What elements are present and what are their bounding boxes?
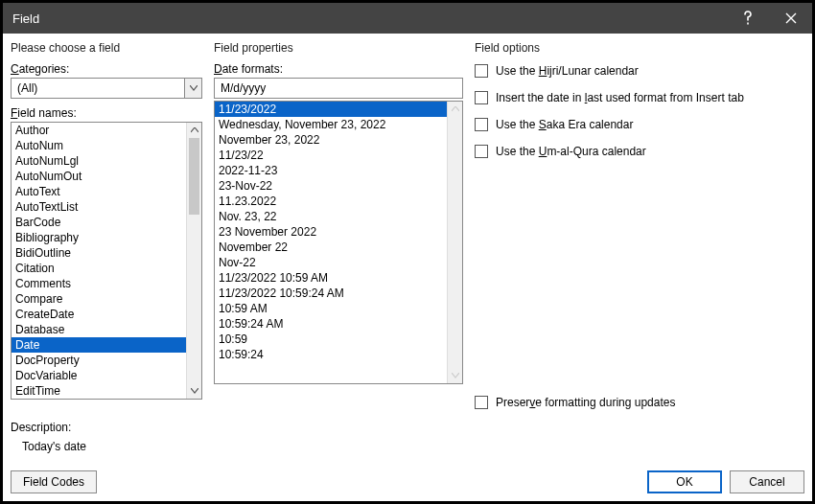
list-item[interactable]: 11/23/2022 <box>215 102 447 117</box>
list-item[interactable]: 11/23/2022 10:59 AM <box>215 270 447 286</box>
list-item[interactable]: AutoNumLgl <box>12 153 186 169</box>
list-item[interactable]: 11/23/22 <box>215 148 447 163</box>
checkbox-icon <box>475 396 488 409</box>
option-label: Use the Um-al-Qura calendar <box>496 145 646 158</box>
list-item[interactable]: Nov. 23, 22 <box>215 209 447 224</box>
dialog-footer: Description: Today's date Field Codes OK… <box>3 421 812 501</box>
close-button[interactable] <box>769 3 812 34</box>
scroll-up-icon[interactable] <box>448 102 462 117</box>
dateformats-listbox[interactable]: 11/23/2022Wednesday, November 23, 2022No… <box>214 101 463 384</box>
dialog-body: Please choose a field Categories: (All) … <box>3 34 812 421</box>
list-item[interactable]: 2022-11-23 <box>215 163 447 178</box>
list-item[interactable]: Wednesday, November 23, 2022 <box>215 117 447 132</box>
list-item[interactable]: Compare <box>12 291 186 307</box>
scrollbar[interactable] <box>447 102 462 383</box>
list-item[interactable]: November 22 <box>215 240 447 255</box>
list-item[interactable]: 11.23.2022 <box>215 194 447 209</box>
option-saka[interactable]: Use the Saka Era calendar <box>475 118 804 131</box>
option-label: Use the Saka Era calendar <box>496 118 633 131</box>
field-properties-heading: Field properties <box>214 41 463 55</box>
list-item[interactable]: AutoText <box>12 184 186 199</box>
option-hijri[interactable]: Use the Hijri/Lunar calendar <box>475 64 804 78</box>
list-item[interactable]: Citation <box>12 261 186 276</box>
help-icon <box>742 11 754 26</box>
dateformat-value: M/d/yyyy <box>221 81 266 95</box>
field-properties-panel: Field properties Date formats: M/d/yyyy … <box>214 41 463 421</box>
checkbox-icon <box>475 91 488 104</box>
cancel-button[interactable]: Cancel <box>730 470 804 493</box>
choose-field-heading: Please choose a field <box>11 41 202 55</box>
scroll-thumb[interactable] <box>189 138 199 215</box>
list-item[interactable]: 10:59:24 AM <box>215 316 447 332</box>
list-item[interactable]: 11/23/2022 10:59:24 AM <box>215 286 447 301</box>
checkbox-icon <box>475 145 488 158</box>
close-icon <box>785 12 797 24</box>
list-item[interactable]: Database <box>12 322 186 337</box>
list-item[interactable]: November 23, 2022 <box>215 132 447 148</box>
fieldnames-label: Field names: <box>11 106 202 120</box>
ok-button[interactable]: OK <box>647 470 722 493</box>
option-preserve-formatting[interactable]: Preserve formatting during updates <box>475 396 804 409</box>
list-item[interactable]: Comments <box>12 276 186 291</box>
help-button[interactable] <box>726 3 769 34</box>
list-item[interactable]: AutoNum <box>12 138 186 153</box>
list-item[interactable]: Nov-22 <box>215 255 447 270</box>
scroll-down-icon[interactable] <box>187 383 201 399</box>
list-item[interactable]: AutoTextList <box>12 199 186 215</box>
option-last-used[interactable]: Insert the date in last used format from… <box>475 91 804 104</box>
window-title: Field <box>12 11 726 26</box>
list-item[interactable]: 10:59 AM <box>215 301 447 316</box>
scroll-up-icon[interactable] <box>187 123 201 138</box>
choose-field-panel: Please choose a field Categories: (All) … <box>11 41 202 421</box>
scrollbar[interactable] <box>186 123 201 399</box>
categories-value: (All) <box>12 81 184 95</box>
field-options-heading: Field options <box>475 41 804 55</box>
dateformat-input[interactable]: M/d/yyyy <box>214 78 463 99</box>
list-item[interactable]: DocProperty <box>12 353 186 368</box>
list-item[interactable]: AutoNumOut <box>12 169 186 184</box>
list-item[interactable]: Author <box>12 123 186 138</box>
dateformats-label: Date formats: <box>214 62 463 76</box>
option-label: Preserve formatting during updates <box>496 396 675 409</box>
field-options-panel: Field options Use the Hijri/Lunar calend… <box>475 41 804 421</box>
list-item[interactable]: BidiOutline <box>12 245 186 261</box>
titlebar: Field <box>3 3 812 34</box>
description-label: Description: <box>11 421 202 434</box>
list-item[interactable]: 10:59:24 <box>215 347 447 362</box>
field-dialog: Field Please choose a field Categories: … <box>0 0 815 504</box>
list-item[interactable]: EditTime <box>12 383 186 399</box>
checkbox-icon <box>475 118 488 131</box>
list-item[interactable]: Bibliography <box>12 230 186 245</box>
list-item[interactable]: DocVariable <box>12 368 186 383</box>
option-label: Insert the date in last used format from… <box>496 91 744 104</box>
fieldnames-listbox[interactable]: AuthorAutoNumAutoNumLglAutoNumOutAutoTex… <box>11 122 202 400</box>
list-item[interactable]: BarCode <box>12 215 186 230</box>
list-item[interactable]: CreateDate <box>12 307 186 322</box>
description-text: Today's date <box>11 440 202 453</box>
option-um-al-qura[interactable]: Use the Um-al-Qura calendar <box>475 145 804 158</box>
categories-combo[interactable]: (All) <box>11 78 202 99</box>
categories-label: Categories: <box>11 62 202 76</box>
option-label: Use the Hijri/Lunar calendar <box>496 64 639 78</box>
list-item[interactable]: 23 November 2022 <box>215 224 447 240</box>
list-item[interactable]: 10:59 <box>215 332 447 347</box>
list-item[interactable]: 23-Nov-22 <box>215 178 447 194</box>
checkbox-icon <box>475 64 488 78</box>
scroll-down-icon[interactable] <box>448 368 462 383</box>
field-codes-button[interactable]: Field Codes <box>11 470 97 493</box>
chevron-down-icon <box>184 79 201 98</box>
list-item[interactable]: Date <box>12 337 186 353</box>
